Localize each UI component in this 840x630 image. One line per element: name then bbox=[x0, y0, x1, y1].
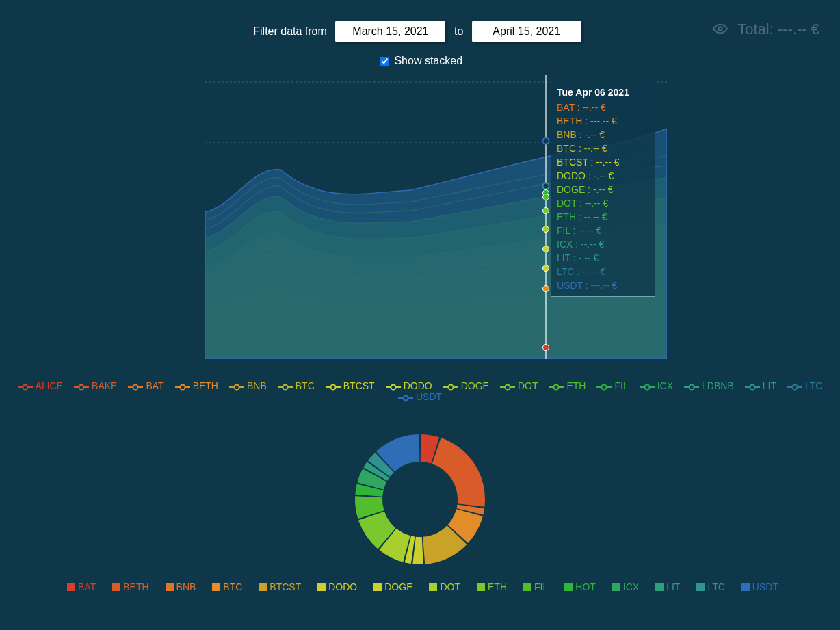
tooltip-row-doge: DOGE : -.-- € bbox=[557, 183, 649, 196]
tooltip-row-dot: DOT : --.-- € bbox=[557, 196, 649, 210]
donut-legend-dodo[interactable]: DODO bbox=[312, 581, 357, 592]
donut-legend-icx[interactable]: ICX bbox=[607, 581, 639, 592]
legend-item-usdt[interactable]: USDT bbox=[398, 391, 442, 402]
donut-legend-btcst[interactable]: BTCST bbox=[253, 581, 301, 592]
legend-item-ldbnb[interactable]: LDBNB bbox=[684, 380, 734, 391]
donut-legend-ltc[interactable]: LTC bbox=[691, 581, 724, 592]
svg-point-58 bbox=[403, 396, 408, 401]
donut-legend-usdt[interactable]: USDT bbox=[736, 581, 778, 592]
tooltip-row-beth: BETH : ---.-- € bbox=[557, 114, 649, 128]
tooltip-row-fil: FIL : --.-- € bbox=[557, 224, 649, 237]
donut-legend-bat[interactable]: BAT bbox=[62, 581, 96, 592]
donut-legend-hot[interactable]: HOT bbox=[559, 581, 596, 592]
legend-item-doge[interactable]: DOGE bbox=[443, 380, 489, 391]
svg-point-0 bbox=[719, 27, 723, 31]
svg-point-46 bbox=[554, 385, 559, 390]
legend-item-btc[interactable]: BTC bbox=[278, 380, 315, 391]
tooltip-row-usdt: USDT : ---.-- € bbox=[557, 278, 649, 292]
legend-item-bake[interactable]: BAKE bbox=[74, 380, 117, 391]
svg-point-54 bbox=[750, 385, 754, 390]
tooltip-row-bnb: BNB : -.-- € bbox=[557, 128, 649, 142]
svg-point-14 bbox=[543, 194, 549, 200]
svg-point-26 bbox=[23, 385, 27, 390]
total-label: Total: bbox=[737, 21, 774, 38]
legend-item-alice[interactable]: ALICE bbox=[18, 380, 63, 391]
filter-label-to: to bbox=[454, 25, 463, 37]
donut-chart[interactable] bbox=[0, 431, 840, 570]
legend-item-ltc[interactable]: LTC bbox=[787, 380, 822, 391]
svg-point-52 bbox=[690, 385, 694, 390]
donut-slice-dodo[interactable] bbox=[412, 537, 423, 564]
svg-point-11 bbox=[543, 138, 549, 144]
total-value: ---.-- € bbox=[778, 21, 819, 38]
show-stacked-row: Show stacked bbox=[0, 55, 840, 68]
tooltip-row-btc: BTC : --.-- € bbox=[557, 142, 649, 155]
legend-item-lit[interactable]: LIT bbox=[745, 380, 776, 391]
legend-item-dodo[interactable]: DODO bbox=[386, 380, 432, 391]
svg-point-18 bbox=[543, 265, 549, 272]
tooltip-row-dodo: DODO : -.-- € bbox=[557, 169, 649, 183]
svg-point-38 bbox=[330, 385, 335, 390]
area-chart-legend: ALICEBAKEBATBETHBNBBTCBTCSTDODODOGEDOTET… bbox=[0, 380, 840, 402]
svg-point-19 bbox=[543, 286, 549, 292]
legend-item-fil[interactable]: FIL bbox=[596, 380, 628, 391]
donut-legend-doge[interactable]: DOGE bbox=[368, 581, 412, 592]
svg-point-12 bbox=[543, 183, 549, 189]
legend-item-eth[interactable]: ETH bbox=[549, 380, 586, 391]
donut-legend-btc[interactable]: BTC bbox=[207, 581, 242, 592]
donut-legend-dot[interactable]: DOT bbox=[423, 581, 460, 592]
tooltip-row-icx: ICX : --.-- € bbox=[557, 237, 649, 251]
legend-item-icx[interactable]: ICX bbox=[640, 380, 673, 391]
donut-legend-bnb[interactable]: BNB bbox=[160, 581, 196, 592]
svg-point-48 bbox=[602, 385, 607, 390]
svg-point-40 bbox=[391, 385, 395, 390]
svg-point-28 bbox=[79, 385, 84, 390]
donut-legend-eth[interactable]: ETH bbox=[471, 581, 507, 592]
date-from-button[interactable]: March 15, 2021 bbox=[335, 21, 445, 42]
legend-item-btcst[interactable]: BTCST bbox=[326, 380, 375, 391]
tooltip-row-ltc: LTC : --.-- € bbox=[557, 265, 649, 278]
tooltip-row-eth: ETH : --.-- € bbox=[557, 210, 649, 224]
show-stacked-checkbox[interactable] bbox=[380, 57, 389, 66]
svg-point-56 bbox=[792, 385, 797, 390]
tooltip-row-btcst: BTCST : --.-- € bbox=[557, 155, 649, 169]
svg-point-17 bbox=[543, 246, 549, 252]
tooltip-row-lit: LIT : -.-- € bbox=[557, 251, 649, 265]
svg-point-44 bbox=[505, 385, 510, 390]
filter-label-from: Filter data from bbox=[253, 25, 327, 37]
tooltip-row-bat: BAT : --.-- € bbox=[557, 101, 649, 114]
chart-tooltip: Tue Apr 06 2021 BAT : --.-- €BETH : ---.… bbox=[551, 81, 655, 297]
svg-point-30 bbox=[133, 385, 138, 390]
tooltip-date: Tue Apr 06 2021 bbox=[557, 86, 649, 99]
donut-legend-fil[interactable]: FIL bbox=[518, 581, 548, 592]
svg-point-16 bbox=[543, 226, 549, 233]
donut-legend-beth[interactable]: BETH bbox=[107, 581, 148, 592]
donut-chart-legend: BATBETHBNBBTCBTCSTDODODOGEDOTETHFILHOTIC… bbox=[0, 581, 840, 592]
eye-icon bbox=[713, 21, 728, 36]
legend-item-dot[interactable]: DOT bbox=[500, 380, 538, 391]
svg-point-32 bbox=[180, 385, 185, 390]
svg-point-15 bbox=[543, 208, 549, 214]
show-stacked-label: Show stacked bbox=[394, 55, 462, 66]
legend-item-bat[interactable]: BAT bbox=[128, 380, 163, 391]
total-display: Total: ---.-- € bbox=[713, 21, 819, 38]
legend-item-beth[interactable]: BETH bbox=[175, 380, 218, 391]
date-to-button[interactable]: April 15, 2021 bbox=[472, 21, 581, 42]
svg-point-34 bbox=[234, 385, 239, 390]
svg-point-42 bbox=[448, 385, 453, 390]
svg-point-20 bbox=[543, 345, 549, 351]
svg-point-36 bbox=[283, 385, 287, 390]
svg-point-50 bbox=[644, 385, 649, 390]
legend-item-bnb[interactable]: BNB bbox=[229, 380, 267, 391]
donut-slice-beth[interactable] bbox=[432, 438, 485, 507]
donut-legend-lit[interactable]: LIT bbox=[650, 581, 680, 592]
